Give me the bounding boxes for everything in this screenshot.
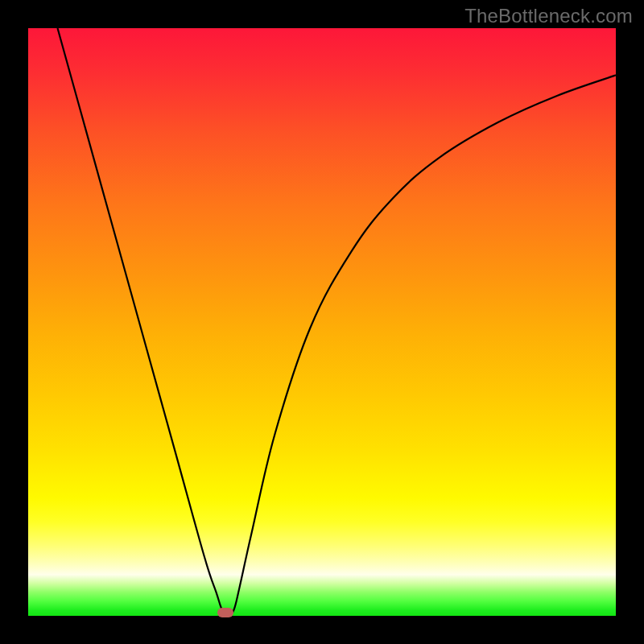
curve-plot xyxy=(28,28,616,616)
optimum-marker xyxy=(217,608,233,617)
chart-area xyxy=(28,28,616,616)
curve-line xyxy=(58,28,617,616)
watermark: TheBottleneck.com xyxy=(464,5,633,27)
